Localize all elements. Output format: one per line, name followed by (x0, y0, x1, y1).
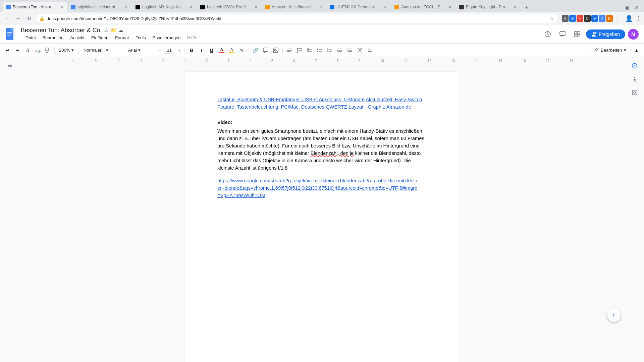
ext-icon-3[interactable]: W (577, 15, 583, 22)
tab-favicon-5 (265, 5, 270, 9)
profile-icon[interactable]: 👤 (624, 15, 634, 22)
bullet-list-button[interactable] (315, 46, 324, 55)
video-body-text: Wenn man ein sehr gutes Smartphone besit… (217, 127, 427, 172)
insert-comment-button[interactable] (261, 46, 270, 55)
tab-close-1[interactable]: ✕ (60, 4, 64, 10)
ext-icon-6[interactable]: S (599, 15, 605, 22)
redo-button[interactable]: ↪ (13, 46, 22, 55)
spellcheck-button[interactable]: abc (33, 46, 42, 55)
highlight-button[interactable]: A (227, 46, 236, 55)
ext-icon-2[interactable]: G (569, 15, 576, 22)
svg-point-51 (634, 92, 636, 94)
drawing-button[interactable]: ✎ (237, 46, 247, 55)
numbered-list-button[interactable]: 1.2. (325, 46, 334, 55)
menu-tools[interactable]: Tools (132, 34, 149, 42)
browser-tab-2[interactable]: objektiv mit kleiner blend... ✕ (67, 2, 132, 12)
indent-less-button[interactable] (335, 46, 344, 55)
align-button[interactable] (285, 46, 294, 55)
video-heading-paragraph: Video: (217, 119, 427, 126)
docs-logo[interactable] (5, 27, 15, 41)
view-toggle-button[interactable] (571, 28, 583, 40)
paragraph-style-selector[interactable]: Normaler... ▾ (80, 47, 121, 54)
new-tab-button[interactable]: + (522, 3, 531, 12)
assistant-button[interactable] (629, 86, 641, 99)
insert-link-button[interactable]: 🔗 (251, 46, 260, 55)
ext-icon-7[interactable]: K (606, 15, 613, 22)
underline-button[interactable]: U (207, 46, 216, 55)
browser-tab-4[interactable]: Logitech K280e Pro Kabel... ✕ (197, 2, 261, 12)
font-size-increase-button[interactable]: + (176, 47, 182, 54)
minimize-button[interactable]: — (613, 3, 623, 12)
browser-omnibox: ← → ↻ 🔒 docs.google.com/document/d/1aD8O… (0, 12, 644, 25)
bookmark-icon[interactable]: ☆ (550, 16, 554, 21)
back-button[interactable]: ← (3, 14, 12, 23)
user-avatar[interactable]: M (628, 29, 639, 40)
print-button[interactable]: 🖨 (23, 46, 32, 55)
video-link[interactable]: https://www.google.com/search?q=objektiv… (217, 177, 427, 199)
explore-button[interactable] (629, 60, 641, 72)
menu-einfuegen[interactable]: Einfügen (88, 34, 112, 42)
keyboard-link[interactable]: Tastatur, Bluetooth & USB-Empfänger, USB… (217, 97, 422, 110)
text-color-button[interactable]: A (217, 46, 226, 55)
toolbar-expand-button[interactable]: ▲ (632, 46, 641, 55)
docs-content-area[interactable]: Tastatur, Bluetooth & USB-Empfänger, USB… (19, 65, 625, 362)
comments-button[interactable] (556, 28, 569, 40)
line-spacing-icon (297, 47, 303, 53)
italic-button[interactable]: I (197, 46, 206, 55)
cloud-icon[interactable]: ☁ (118, 27, 123, 33)
edit-mode-button[interactable]: Bearbeiten ▾ (590, 46, 631, 54)
add-floating-button[interactable]: + (607, 308, 621, 322)
font-size-decrease-button[interactable]: − (156, 47, 163, 54)
menu-hilfe[interactable]: Hilfe (184, 34, 200, 42)
ext-icon-4[interactable]: C (584, 15, 591, 22)
browser-tab-8[interactable]: Elgato Key Light - Profess... ✕ (456, 2, 520, 12)
share-button[interactable]: Bearbeiten Freigeben (586, 29, 625, 39)
tab-close-3[interactable]: ✕ (189, 4, 193, 10)
font-selector[interactable]: Arial ▾ (125, 47, 152, 54)
tab-close-6[interactable]: ✕ (383, 4, 387, 10)
address-bar[interactable]: 🔒 docs.google.com/document/d/1aD8O9YoinZ… (35, 14, 558, 23)
browser-tab-6[interactable]: HUEMIHUI Dreamcolour... ✕ (326, 2, 391, 12)
tab-close-7[interactable]: ✕ (448, 4, 452, 10)
close-window-button[interactable]: ✕ (632, 3, 641, 12)
paint-format-button[interactable] (43, 46, 52, 55)
indent-more-button[interactable] (345, 46, 355, 55)
line-spacing-button[interactable] (295, 46, 304, 55)
tab-close-4[interactable]: ✕ (254, 4, 258, 10)
browser-tab-3[interactable]: Logitech MX Keys Kabel.... ✕ (132, 2, 197, 12)
reload-button[interactable]: ↻ (24, 14, 34, 23)
undo-button[interactable]: ↩ (3, 46, 12, 55)
outline-toggle-button[interactable] (3, 60, 15, 72)
ext-icon-1[interactable]: A (562, 15, 569, 22)
star-icon[interactable]: ☆ (104, 27, 109, 34)
forward-button[interactable]: → (13, 14, 23, 23)
bold-button[interactable]: B (187, 46, 196, 55)
tab-close-8[interactable]: ✕ (513, 4, 517, 10)
docs-sidebar-left (0, 57, 19, 362)
menu-datei[interactable]: Datei (22, 34, 39, 42)
last-edit-button[interactable] (542, 28, 554, 40)
menu-format[interactable]: Format (112, 34, 132, 42)
checklist-button[interactable] (305, 46, 314, 55)
edit-mode-label: Bearbeiten (601, 48, 622, 53)
menu-bearbeiten[interactable]: Bearbeiten (39, 34, 67, 42)
ext-icon-5[interactable]: ▶ (591, 15, 598, 22)
menu-ansicht[interactable]: Ansicht (67, 34, 88, 42)
zoom-selector[interactable]: 200% ▾ (57, 47, 76, 54)
tab-close-5[interactable]: ✕ (319, 4, 323, 10)
chrome-menu-button[interactable]: ⋮ (635, 15, 641, 22)
accessibility-button[interactable] (629, 73, 641, 85)
browser-tab-7[interactable]: Amazon.de: TOCLL Smart... ✕ (391, 2, 455, 12)
tab-close-2[interactable]: ✕ (124, 4, 128, 10)
menu-erweiterungen[interactable]: Erweiterungen (149, 34, 184, 42)
insert-image-button[interactable] (271, 46, 280, 55)
browser-tab-1[interactable]: Besseren Ton - Absorber &... ✕ (3, 2, 67, 12)
browser-tab-5[interactable]: Amazon.de : höhenverstell... ✕ (262, 2, 326, 12)
clear-format-button[interactable] (355, 46, 365, 55)
font-size-value[interactable]: 11 (164, 47, 175, 54)
special-char-button[interactable]: Ω (365, 46, 375, 55)
extensions-button[interactable]: ⋮ (613, 16, 621, 21)
restore-button[interactable]: ▣ (623, 3, 632, 12)
folder-icon[interactable]: 📁 (111, 27, 116, 33)
tab-label-5: Amazon.de : höhenverstell... (272, 5, 315, 9)
